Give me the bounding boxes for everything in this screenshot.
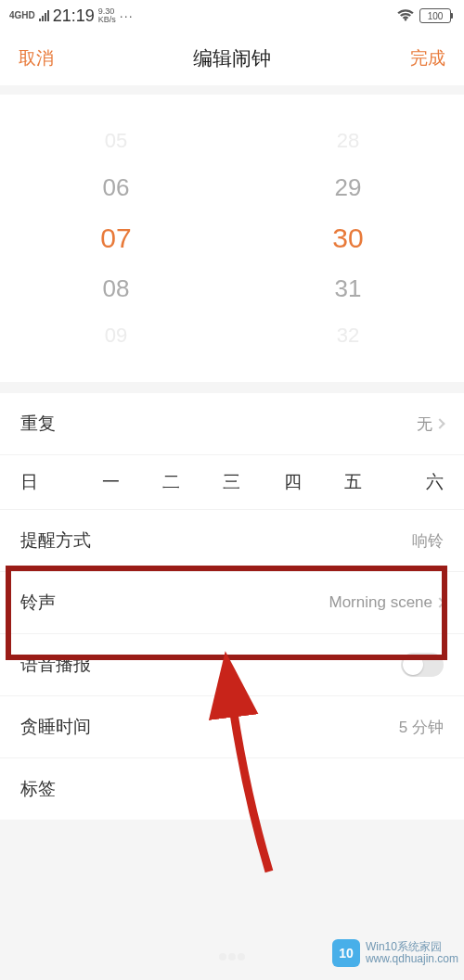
weekday-thu[interactable]: 四	[263, 470, 323, 494]
done-button[interactable]: 完成	[410, 46, 445, 70]
watermark: 10 Win10系统家园 www.qdhuajin.com	[332, 939, 458, 967]
repeat-row[interactable]: 重复 无	[0, 393, 464, 455]
tag-row[interactable]: 标签	[0, 758, 464, 820]
svg-point-1	[228, 953, 236, 961]
svg-point-0	[219, 953, 226, 961]
ringtone-row[interactable]: 铃声 Morning scene	[0, 572, 464, 634]
header-bar: 取消 编辑闹钟 完成	[0, 32, 464, 85]
network-indicator: 4GHD	[9, 11, 35, 20]
voice-broadcast-row[interactable]: 语音播报	[0, 634, 464, 696]
snooze-row[interactable]: 贪睡时间 5 分钟	[0, 696, 464, 758]
weekday-fri[interactable]: 五	[323, 470, 383, 494]
weekday-selector[interactable]: 日 一 二 三 四 五 六	[0, 455, 464, 510]
selected-minute: 30	[332, 223, 363, 254]
status-bar: 4GHD 21:19 9.30 KB/s ··· 100	[0, 0, 464, 32]
chevron-right-icon	[434, 418, 445, 428]
clock-time: 21:19	[53, 6, 95, 26]
time-picker[interactable]: 05 06 07 08 09 28 29 30 31 32	[0, 95, 464, 382]
chevron-right-icon	[434, 597, 445, 607]
voice-toggle[interactable]	[401, 653, 444, 677]
net-speed: 9.30 KB/s	[98, 7, 116, 24]
svg-point-2	[238, 953, 245, 961]
minute-wheel[interactable]: 28 29 30 31 32	[232, 95, 464, 382]
signal-icon	[39, 10, 49, 21]
weekday-wed[interactable]: 三	[201, 470, 262, 494]
weekday-sun[interactable]: 日	[20, 470, 81, 494]
weekday-tue[interactable]: 二	[141, 470, 201, 494]
watermark-logo-icon: 10	[332, 939, 360, 967]
remind-mode-row[interactable]: 提醒方式 响铃	[0, 510, 464, 572]
weekday-sat[interactable]: 六	[383, 470, 444, 494]
more-dots-icon: ···	[120, 8, 134, 23]
wifi-icon	[397, 9, 414, 22]
hour-wheel[interactable]: 05 06 07 08 09	[0, 95, 232, 382]
battery-icon: 100	[419, 8, 451, 23]
selected-hour: 07	[100, 223, 131, 254]
settings-section: 重复 无 日 一 二 三 四 五 六 提醒方式 响铃 铃声 Morning sc…	[0, 393, 464, 820]
weekday-mon[interactable]: 一	[81, 470, 141, 494]
cancel-button[interactable]: 取消	[19, 46, 54, 70]
page-title: 编辑闹钟	[193, 45, 271, 71]
